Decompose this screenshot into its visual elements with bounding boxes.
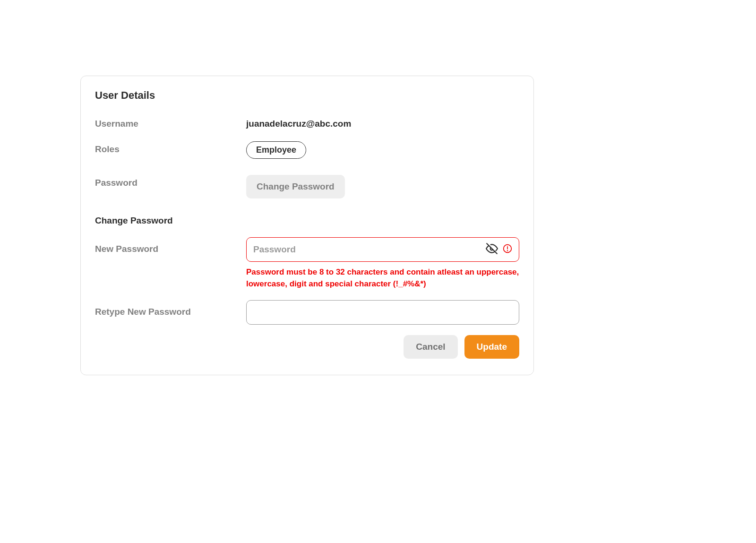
role-chip-employee[interactable]: Employee bbox=[246, 141, 306, 159]
username-value: juanadelacruz@abc.com bbox=[246, 116, 519, 129]
username-row: Username juanadelacruz@abc.com bbox=[95, 116, 519, 129]
retype-password-input-wrapper bbox=[246, 300, 519, 325]
new-password-label: New Password bbox=[95, 237, 246, 254]
change-password-button[interactable]: Change Password bbox=[246, 175, 345, 198]
svg-point-3 bbox=[507, 250, 508, 251]
eye-off-icon[interactable] bbox=[482, 242, 498, 257]
change-password-heading: Change Password bbox=[95, 215, 519, 226]
retype-password-row: Retype New Password bbox=[95, 300, 519, 325]
alert-circle-icon bbox=[498, 244, 512, 255]
username-label: Username bbox=[95, 116, 246, 129]
new-password-input-wrapper bbox=[246, 237, 519, 262]
cancel-button[interactable]: Cancel bbox=[404, 335, 457, 359]
new-password-row: New Password bbox=[95, 237, 519, 290]
form-actions: Cancel Update bbox=[95, 335, 519, 359]
roles-row: Roles Employee bbox=[95, 141, 519, 159]
card-title: User Details bbox=[95, 89, 519, 102]
update-button[interactable]: Update bbox=[464, 335, 519, 359]
password-row: Password Change Password bbox=[95, 175, 519, 198]
new-password-error-text: Password must be 8 to 32 characters and … bbox=[246, 267, 519, 290]
retype-password-label: Retype New Password bbox=[95, 300, 246, 317]
password-label: Password bbox=[95, 175, 246, 188]
user-details-card: User Details Username juanadelacruz@abc.… bbox=[80, 76, 534, 375]
retype-password-input[interactable] bbox=[253, 301, 512, 324]
new-password-input[interactable] bbox=[253, 238, 482, 261]
roles-label: Roles bbox=[95, 141, 246, 155]
